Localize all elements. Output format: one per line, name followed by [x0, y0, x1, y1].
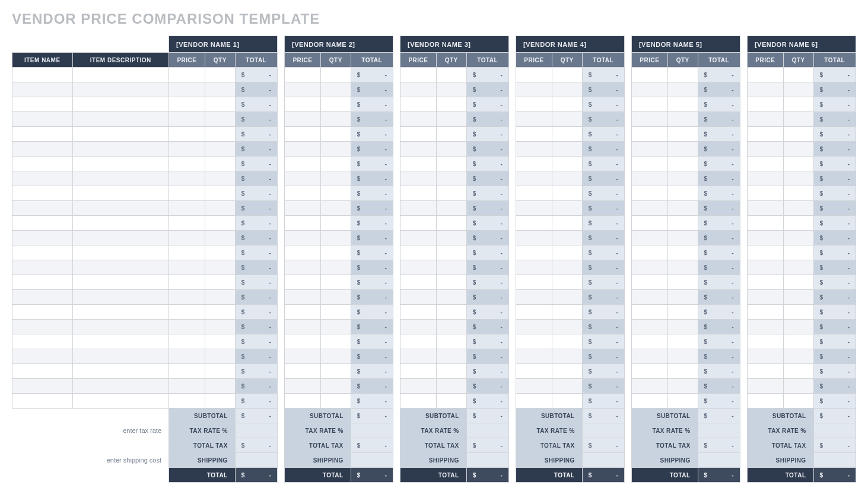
- qty-cell[interactable]: [783, 260, 813, 275]
- qty-cell[interactable]: [205, 112, 235, 127]
- price-cell[interactable]: [631, 216, 667, 231]
- qty-cell[interactable]: [205, 349, 235, 364]
- qty-cell[interactable]: [552, 334, 582, 349]
- item-name-cell[interactable]: [12, 171, 73, 186]
- price-cell[interactable]: [285, 231, 321, 245]
- qty-cell[interactable]: [320, 157, 351, 171]
- summary-input[interactable]: [235, 423, 277, 438]
- price-cell[interactable]: [631, 171, 667, 186]
- price-cell[interactable]: [631, 245, 667, 260]
- price-cell[interactable]: [631, 142, 667, 157]
- qty-cell[interactable]: [205, 394, 235, 409]
- price-cell[interactable]: [747, 82, 783, 97]
- item-desc-cell[interactable]: [72, 97, 168, 112]
- item-desc-cell[interactable]: [72, 394, 168, 409]
- price-cell[interactable]: [631, 231, 667, 245]
- price-cell[interactable]: [747, 142, 783, 157]
- qty-cell[interactable]: [320, 201, 351, 216]
- price-cell[interactable]: [747, 260, 783, 275]
- qty-cell[interactable]: [667, 334, 698, 349]
- price-cell[interactable]: [285, 201, 321, 216]
- price-cell[interactable]: [631, 82, 667, 97]
- item-name-cell[interactable]: [12, 231, 73, 245]
- qty-cell[interactable]: [320, 171, 351, 186]
- summary-input[interactable]: [582, 423, 624, 438]
- price-cell[interactable]: [516, 82, 552, 97]
- qty-cell[interactable]: [320, 231, 351, 245]
- qty-cell[interactable]: [552, 394, 582, 409]
- qty-cell[interactable]: [205, 157, 235, 171]
- price-cell[interactable]: [747, 127, 783, 142]
- price-cell[interactable]: [516, 142, 552, 157]
- qty-cell[interactable]: [783, 186, 813, 201]
- summary-input[interactable]: [351, 453, 393, 468]
- price-cell[interactable]: [631, 201, 667, 216]
- price-cell[interactable]: [169, 186, 205, 201]
- summary-input[interactable]: [698, 423, 740, 438]
- qty-cell[interactable]: [552, 349, 582, 364]
- item-desc-cell[interactable]: [72, 157, 168, 171]
- qty-cell[interactable]: [205, 320, 235, 334]
- qty-cell[interactable]: [436, 305, 466, 320]
- qty-cell[interactable]: [667, 260, 698, 275]
- price-cell[interactable]: [631, 379, 667, 394]
- item-name-cell[interactable]: [12, 364, 73, 379]
- qty-cell[interactable]: [667, 127, 698, 142]
- item-desc-cell[interactable]: [72, 112, 168, 127]
- qty-cell[interactable]: [436, 349, 466, 364]
- qty-cell[interactable]: [667, 201, 698, 216]
- qty-cell[interactable]: [205, 245, 235, 260]
- price-cell[interactable]: [400, 260, 436, 275]
- qty-cell[interactable]: [783, 157, 813, 171]
- price-cell[interactable]: [400, 290, 436, 305]
- qty-cell[interactable]: [436, 334, 466, 349]
- qty-cell[interactable]: [320, 290, 351, 305]
- qty-cell[interactable]: [783, 82, 813, 97]
- qty-cell[interactable]: [320, 275, 351, 290]
- price-cell[interactable]: [400, 334, 436, 349]
- price-cell[interactable]: [631, 364, 667, 379]
- price-cell[interactable]: [516, 97, 552, 112]
- price-cell[interactable]: [400, 320, 436, 334]
- price-cell[interactable]: [169, 245, 205, 260]
- qty-cell[interactable]: [667, 112, 698, 127]
- qty-cell[interactable]: [205, 186, 235, 201]
- qty-cell[interactable]: [552, 127, 582, 142]
- qty-cell[interactable]: [667, 97, 698, 112]
- qty-cell[interactable]: [320, 320, 351, 334]
- price-cell[interactable]: [631, 127, 667, 142]
- price-cell[interactable]: [516, 245, 552, 260]
- qty-cell[interactable]: [436, 112, 466, 127]
- qty-cell[interactable]: [205, 334, 235, 349]
- price-cell[interactable]: [516, 171, 552, 186]
- qty-cell[interactable]: [436, 142, 466, 157]
- item-name-cell[interactable]: [12, 320, 73, 334]
- qty-cell[interactable]: [552, 216, 582, 231]
- qty-cell[interactable]: [436, 201, 466, 216]
- price-cell[interactable]: [631, 349, 667, 364]
- qty-cell[interactable]: [205, 97, 235, 112]
- qty-cell[interactable]: [552, 68, 582, 82]
- price-cell[interactable]: [516, 379, 552, 394]
- price-cell[interactable]: [516, 275, 552, 290]
- price-cell[interactable]: [747, 245, 783, 260]
- item-name-cell[interactable]: [12, 260, 73, 275]
- price-cell[interactable]: [169, 142, 205, 157]
- qty-cell[interactable]: [552, 186, 582, 201]
- qty-cell[interactable]: [205, 275, 235, 290]
- item-desc-cell[interactable]: [72, 260, 168, 275]
- item-desc-cell[interactable]: [72, 127, 168, 142]
- item-desc-cell[interactable]: [72, 231, 168, 245]
- qty-cell[interactable]: [320, 68, 351, 82]
- price-cell[interactable]: [516, 364, 552, 379]
- qty-cell[interactable]: [205, 142, 235, 157]
- price-cell[interactable]: [516, 68, 552, 82]
- price-cell[interactable]: [169, 216, 205, 231]
- qty-cell[interactable]: [436, 364, 466, 379]
- qty-cell[interactable]: [667, 68, 698, 82]
- price-cell[interactable]: [400, 186, 436, 201]
- qty-cell[interactable]: [667, 275, 698, 290]
- price-cell[interactable]: [285, 186, 321, 201]
- summary-input[interactable]: [813, 453, 856, 468]
- qty-cell[interactable]: [205, 127, 235, 142]
